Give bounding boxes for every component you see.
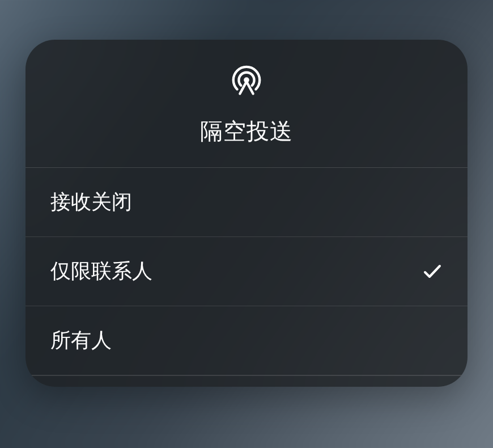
option-receiving-off[interactable]: 接收关闭 [26, 168, 468, 237]
option-label: 所有人 [50, 327, 112, 354]
airdrop-icon [229, 64, 264, 99]
option-label: 接收关闭 [50, 188, 132, 216]
option-contacts-only[interactable]: 仅限联系人 [26, 237, 468, 306]
bottom-spacer [26, 375, 468, 387]
airdrop-settings-panel: 隔空投送 接收关闭 仅限联系人 所有人 [26, 40, 468, 387]
panel-header: 隔空投送 [26, 40, 468, 168]
option-everyone[interactable]: 所有人 [26, 306, 468, 375]
option-label: 仅限联系人 [50, 257, 152, 285]
panel-title: 隔空投送 [200, 116, 293, 147]
checkmark-icon [422, 261, 443, 282]
